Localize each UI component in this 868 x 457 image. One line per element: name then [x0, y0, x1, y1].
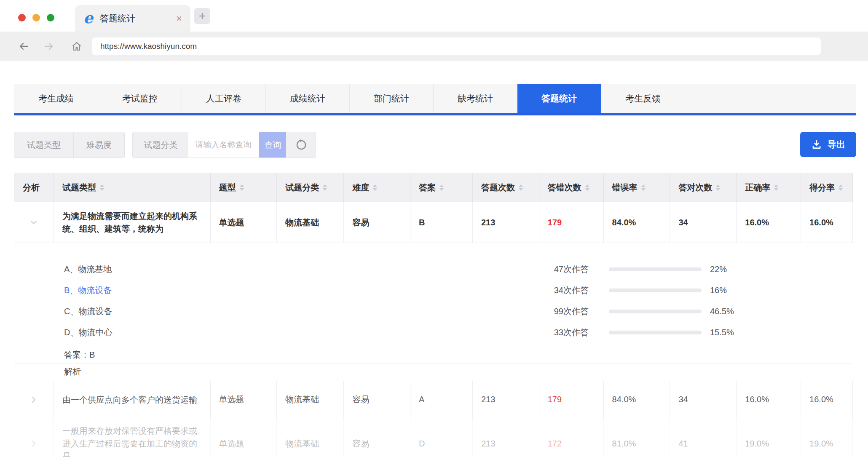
download-icon — [811, 139, 822, 150]
question-detail: A、物流基地 47次作答 22% B、物流设备 34次作答 16% C、物流设备… — [14, 243, 853, 381]
table-row[interactable]: 为满足物流需要而建立起来的机构系统、组织、建筑等，统称为 单选题 物流基础 容易… — [14, 202, 853, 243]
col-right[interactable]: 答对次数 — [670, 173, 737, 202]
browser-chrome: e 答题统计 × + — [0, 0, 868, 32]
filter-dropdown-group: 试题类型 难易度 — [14, 132, 125, 158]
option-row: B、物流设备 34次作答 16% — [14, 280, 853, 301]
expand-toggle[interactable] — [14, 381, 54, 418]
new-tab-button[interactable]: + — [194, 8, 210, 24]
question-difficulty: 容易 — [344, 202, 410, 243]
window-controls — [18, 14, 54, 21]
back-icon[interactable] — [18, 40, 29, 52]
maximize-window-button[interactable] — [47, 14, 54, 21]
wrong-rate: 84.0% — [604, 202, 670, 243]
col-difficulty[interactable]: 难度 — [344, 173, 410, 202]
tab-score-statistics[interactable]: 成绩统计 — [266, 84, 350, 113]
table-header: 分析 试题类型 题型 试题分类 难度 答案 答题次数 答错次数 错误率 答对次数… — [14, 173, 853, 202]
right-count: 41 — [670, 418, 737, 457]
col-type[interactable]: 题型 — [211, 173, 277, 202]
chevron-right-icon — [29, 395, 38, 404]
search-group: 试题分类 查询 — [132, 132, 316, 158]
col-wrong-rate[interactable]: 错误率 — [604, 173, 670, 202]
option-b-bar — [609, 289, 702, 292]
question-category: 物流基础 — [277, 202, 344, 243]
browser-toolbar: https://www.kaoshiyun.com — [0, 32, 868, 61]
sort-icon[interactable] — [240, 184, 244, 191]
export-button[interactable]: 导出 — [800, 132, 856, 157]
nav-active-underline — [14, 113, 856, 115]
option-a-count: 47次作答 — [522, 264, 589, 275]
table-row[interactable]: 一般用来存放对保管没有严格要求或进入生产过程后需要在加工的物资的是 单选题 物流… — [14, 418, 853, 457]
sort-icon[interactable] — [585, 184, 589, 191]
option-d-bar — [609, 331, 702, 334]
tab-examinee-scores[interactable]: 考生成绩 — [14, 84, 98, 113]
option-c: C、物流设备 — [64, 306, 522, 317]
tab-department-statistics[interactable]: 部门统计 — [350, 84, 434, 113]
correct-answer: A — [410, 381, 473, 418]
analysis-label[interactable]: 解析 — [14, 363, 853, 380]
sort-icon[interactable] — [373, 184, 377, 191]
tab-close-icon[interactable]: × — [176, 13, 182, 24]
col-score-rate[interactable]: 得分率 — [801, 173, 853, 202]
tab-answer-statistics[interactable]: 答题统计 — [517, 84, 601, 113]
close-window-button[interactable] — [18, 14, 26, 21]
refresh-icon — [295, 139, 307, 151]
difficulty-filter[interactable]: 难易度 — [73, 132, 124, 158]
right-rate: 19.0% — [737, 418, 801, 457]
tab-exam-monitoring[interactable]: 考试监控 — [98, 84, 182, 113]
correct-answer: B — [410, 202, 473, 243]
tab-examinee-feedback[interactable]: 考生反馈 — [601, 84, 685, 113]
option-d-count: 33次作答 — [522, 327, 589, 338]
nav-filler — [685, 84, 856, 113]
sort-icon[interactable] — [641, 184, 646, 191]
question-type: 单选题 — [211, 381, 277, 418]
score-rate: 19.0% — [801, 418, 853, 457]
tab-manual-grading[interactable]: 人工评卷 — [182, 84, 266, 113]
wrong-count: 172 — [539, 418, 604, 457]
sort-icon[interactable] — [519, 184, 523, 191]
col-right-rate[interactable]: 正确率 — [737, 173, 801, 202]
collapse-toggle[interactable] — [14, 202, 54, 243]
search-input[interactable] — [188, 132, 259, 158]
question-type-filter[interactable]: 试题类型 — [14, 132, 73, 158]
sort-icon[interactable] — [323, 184, 327, 191]
filter-bar: 试题类型 难易度 试题分类 查询 导出 — [14, 132, 856, 158]
sort-icon[interactable] — [716, 184, 720, 191]
sort-icon[interactable] — [439, 184, 444, 191]
address-bar[interactable]: https://www.kaoshiyun.com — [92, 37, 821, 55]
refresh-button[interactable] — [286, 132, 316, 158]
tab-absence-statistics[interactable]: 缺考统计 — [434, 84, 517, 113]
option-row: A、物流基地 47次作答 22% — [14, 259, 853, 280]
col-analysis: 分析 — [14, 173, 54, 202]
col-wrong[interactable]: 答错次数 — [539, 173, 604, 202]
col-category[interactable]: 试题分类 — [277, 173, 344, 202]
option-c-count: 99次作答 — [522, 306, 589, 317]
browser-tab[interactable]: e 答题统计 × — [75, 5, 190, 32]
sort-icon[interactable] — [774, 184, 778, 191]
score-rate: 16.0% — [801, 381, 853, 418]
col-attempts[interactable]: 答题次数 — [473, 173, 539, 202]
sort-icon[interactable] — [839, 184, 843, 191]
right-rate: 16.0% — [737, 381, 801, 418]
col-question[interactable]: 试题类型 — [54, 173, 211, 202]
expand-toggle[interactable] — [14, 418, 54, 457]
home-icon[interactable] — [71, 40, 83, 52]
sort-icon[interactable] — [100, 184, 104, 191]
chevron-down-icon — [29, 218, 38, 227]
right-rate: 16.0% — [737, 202, 801, 243]
option-a: A、物流基地 — [64, 264, 522, 275]
browser-tab-title: 答题统计 — [100, 13, 135, 24]
col-answer[interactable]: 答案 — [410, 173, 473, 202]
table-row[interactable]: 由一个供应点向多个客户的送货运输 单选题 物流基础 容易 A 213 179 8… — [14, 381, 853, 418]
wrong-count: 179 — [539, 202, 604, 243]
page-nav: 考生成绩 考试监控 人工评卷 成绩统计 部门统计 缺考统计 答题统计 考生反馈 — [14, 84, 856, 115]
chevron-right-icon — [29, 439, 38, 448]
minimize-window-button[interactable] — [32, 14, 40, 21]
forward-icon[interactable] — [43, 40, 55, 52]
option-a-bar — [609, 267, 702, 271]
question-text: 一般用来存放对保管没有严格要求或进入生产过程后需要在加工的物资的是 — [54, 418, 211, 457]
option-b-count: 34次作答 — [522, 285, 589, 296]
category-filter[interactable]: 试题分类 — [133, 132, 188, 158]
query-button[interactable]: 查询 — [259, 132, 286, 158]
option-d: D、物流中心 — [64, 327, 522, 338]
question-type: 单选题 — [211, 202, 277, 243]
